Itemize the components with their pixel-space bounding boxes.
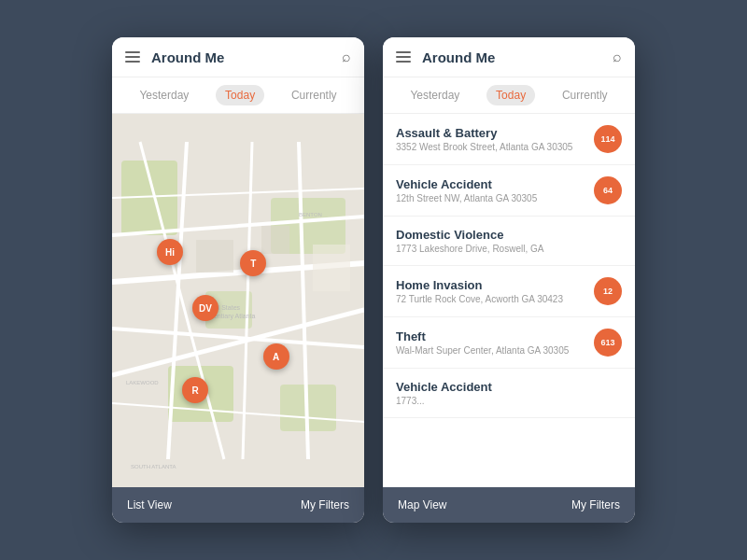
list-item-title: Vehicle Accident [396, 177, 594, 191]
bottom-bar-list: Map View My Filters [383, 487, 635, 523]
tab-bar-map: Yesterday Today Currently [112, 77, 364, 114]
list-item-text: Domestic Violence 1773 Lakeshore Drive, … [396, 228, 622, 254]
my-filters-button-list[interactable]: My Filters [571, 498, 620, 511]
menu-icon-list[interactable] [396, 51, 411, 63]
list-item-title: Theft [396, 329, 594, 343]
list-item-address: 3352 West Brook Street, Atlanta GA 30305 [396, 142, 594, 152]
list-item-text: Vehicle Accident 12th Street NW, Atlanta… [396, 177, 594, 203]
list-item-text: Theft Wal-Mart Super Center, Atlanta GA … [396, 329, 594, 356]
svg-text:LAKEWOOD: LAKEWOOD [126, 380, 159, 385]
menu-icon[interactable] [125, 51, 140, 63]
list-item[interactable]: Assault & Battery 3352 West Brook Street… [383, 114, 635, 165]
list-item-title: Assault & Battery [396, 126, 594, 140]
search-icon-map[interactable]: ⌕ [342, 49, 351, 65]
svg-rect-16 [196, 240, 233, 273]
map-pin-a[interactable]: A [263, 343, 289, 370]
list-item-address: 1773... [396, 396, 622, 406]
list-item-text: Vehicle Accident 1773... [396, 380, 622, 406]
list-item[interactable]: Vehicle Accident 12th Street NW, Atlanta… [383, 165, 635, 217]
svg-text:SOUTH ATLANTA: SOUTH ATLANTA [131, 464, 176, 469]
map-pin-dv[interactable]: DV [192, 295, 218, 321]
list-item-title: Home Invasion [396, 278, 594, 292]
svg-rect-17 [261, 226, 289, 254]
incident-count-badge: 12 [594, 277, 622, 305]
list-item-title: Vehicle Accident [396, 380, 622, 394]
header-list: Around Me ⌕ [383, 37, 635, 77]
map-pin-r[interactable]: R [182, 377, 208, 403]
list-item-address: 72 Turtle Rock Cove, Acworth GA 30423 [396, 294, 594, 304]
list-view-button[interactable]: List View [127, 498, 172, 511]
header-title-list: Around Me [422, 49, 613, 65]
map-view[interactable]: United States Penitentiary Atlanta SOUTH… [112, 114, 364, 487]
list-item-text: Home Invasion 72 Turtle Rock Cove, Acwor… [396, 278, 594, 304]
incident-count-badge: 613 [594, 329, 622, 357]
list-item[interactable]: Domestic Violence 1773 Lakeshore Drive, … [383, 217, 635, 266]
tab-currently-map[interactable]: Currently [282, 85, 346, 105]
list-item-address: 12th Street NW, Atlanta GA 30305 [396, 193, 594, 203]
bottom-bar-map: List View My Filters [112, 487, 364, 523]
map-view-button[interactable]: Map View [398, 498, 446, 511]
list-item-address: 1773 Lakeshore Drive, Roswell, GA [396, 244, 622, 254]
tab-today-map[interactable]: Today [216, 85, 264, 105]
incident-list: Assault & Battery 3352 West Brook Street… [383, 114, 635, 487]
my-filters-button-map[interactable]: My Filters [301, 498, 349, 511]
list-item[interactable]: Vehicle Accident 1773... [383, 369, 635, 418]
phone-map-panel: Around Me ⌕ Yesterday Today Currently [112, 37, 364, 523]
svg-text:BENTON: BENTON [299, 212, 322, 217]
tab-yesterday-map[interactable]: Yesterday [130, 85, 198, 105]
map-pin-hi[interactable]: Hi [157, 239, 183, 265]
map-pin-t[interactable]: T [240, 250, 266, 276]
svg-rect-18 [313, 245, 350, 291]
phone-list-panel: Around Me ⌕ Yesterday Today Currently As… [383, 37, 635, 523]
header-title-map: Around Me [151, 49, 342, 65]
header-map: Around Me ⌕ [112, 37, 364, 77]
tab-yesterday-list[interactable]: Yesterday [401, 85, 469, 105]
tab-today-list[interactable]: Today [486, 85, 535, 105]
search-icon-list[interactable]: ⌕ [613, 49, 622, 65]
list-item-address: Wal-Mart Super Center, Atlanta GA 30305 [396, 345, 594, 356]
tab-currently-list[interactable]: Currently [553, 85, 617, 105]
incident-count-badge: 64 [594, 176, 622, 204]
list-item[interactable]: Home Invasion 72 Turtle Rock Cove, Acwor… [383, 266, 635, 317]
incident-count-badge: 114 [594, 125, 622, 153]
list-item-title: Domestic Violence [396, 228, 622, 242]
list-item-text: Assault & Battery 3352 West Brook Street… [396, 126, 594, 152]
list-item[interactable]: Theft Wal-Mart Super Center, Atlanta GA … [383, 317, 635, 369]
tab-bar-list: Yesterday Today Currently [383, 77, 635, 114]
